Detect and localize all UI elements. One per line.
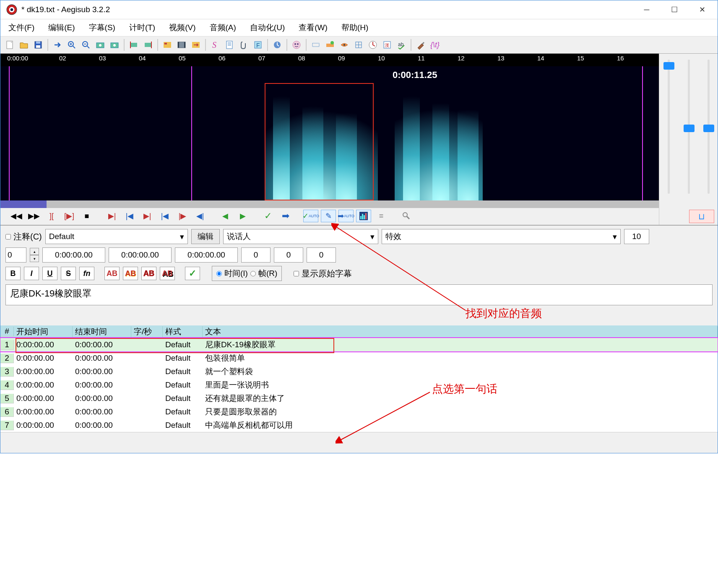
- link-sliders-button[interactable]: ⊔: [689, 210, 714, 223]
- show-original-checkbox[interactable]: 显示原始字幕: [294, 268, 352, 279]
- prev-line-icon[interactable]: ◀◀: [9, 210, 24, 222]
- color3-button[interactable]: AB: [141, 267, 156, 280]
- medusa-icon[interactable]: ≡: [374, 210, 389, 222]
- menu-view[interactable]: 查看(W): [297, 21, 329, 34]
- karaoke-icon[interactable]: [399, 210, 414, 222]
- play-last-500-icon[interactable]: ◀|: [193, 210, 208, 222]
- maximize-button[interactable]: ☐: [661, 1, 688, 18]
- play-before-end-icon[interactable]: ▶|: [140, 210, 155, 222]
- color2-button[interactable]: AB: [123, 267, 138, 280]
- close-button[interactable]: ✕: [688, 1, 716, 18]
- menu-auto[interactable]: 自动化(U): [248, 21, 286, 34]
- video-jumpto-icon[interactable]: [94, 38, 107, 52]
- font-button[interactable]: fn: [79, 267, 94, 280]
- scrollbar-thumb[interactable]: [0, 200, 47, 208]
- col-style[interactable]: 样式: [163, 326, 203, 337]
- automation-icon[interactable]: [271, 38, 284, 52]
- strike-button[interactable]: S: [61, 267, 76, 280]
- margin-l-input[interactable]: [241, 247, 271, 263]
- detach-video-icon[interactable]: [175, 38, 188, 52]
- styles-manager-icon[interactable]: S: [208, 38, 222, 52]
- horizontal-zoom-slider[interactable]: [663, 60, 674, 194]
- select-visible-icon[interactable]: [161, 38, 174, 52]
- fonts-collector-icon[interactable]: F: [251, 38, 265, 52]
- menu-edit[interactable]: 编辑(E): [47, 21, 76, 34]
- commit-text-button[interactable]: ✓: [185, 267, 200, 280]
- comment-checkbox[interactable]: 注释(C): [5, 231, 42, 242]
- properties-icon[interactable]: [223, 38, 236, 52]
- frame-radio[interactable]: 帧(R): [250, 268, 277, 279]
- layer-input[interactable]: [5, 247, 26, 263]
- end-time-input[interactable]: [109, 247, 172, 263]
- underline-button[interactable]: U: [42, 267, 57, 280]
- menu-help[interactable]: 帮助(H): [340, 21, 370, 34]
- style-combo[interactable]: Default▾: [45, 229, 188, 244]
- goto-icon[interactable]: ➡: [278, 210, 293, 222]
- menu-timing[interactable]: 计时(T): [127, 21, 157, 34]
- edit-style-button[interactable]: 编辑: [191, 229, 220, 244]
- margin-input[interactable]: [624, 229, 649, 244]
- save-file-icon[interactable]: [31, 38, 45, 52]
- vertical-zoom-slider[interactable]: [683, 60, 695, 194]
- audio-scrollbar[interactable]: [0, 200, 659, 208]
- jump-icon[interactable]: [51, 38, 64, 52]
- resample-icon[interactable]: [352, 38, 365, 52]
- new-file-icon[interactable]: [3, 38, 16, 52]
- auto-commit-icon[interactable]: ✓AUTO: [303, 210, 318, 222]
- menu-subs[interactable]: 字幕(S): [87, 21, 117, 34]
- play-selection-icon[interactable]: ][: [44, 210, 59, 222]
- layer-spinner[interactable]: ▴▾: [30, 248, 39, 262]
- duration-input[interactable]: [175, 247, 238, 263]
- play-first-500-icon[interactable]: |▶: [175, 210, 190, 222]
- snap-start-icon[interactable]: [127, 38, 140, 52]
- shift-icon[interactable]: [309, 38, 323, 52]
- table-row[interactable]: 20:00:00.000:00:00.00Default包装很简单: [0, 351, 718, 365]
- effect-combo[interactable]: 特效▾: [382, 229, 621, 244]
- menu-audio[interactable]: 音频(A): [208, 21, 238, 34]
- italic-button[interactable]: I: [24, 267, 39, 280]
- col-chars[interactable]: 字/秒: [131, 326, 163, 337]
- speaker-combo[interactable]: 说话人▾: [223, 229, 378, 244]
- spectrogram[interactable]: 0:00:00 02 03 04 05 06 07 08 09 10 11 12…: [0, 54, 659, 207]
- spectrum-icon[interactable]: [356, 210, 371, 222]
- col-start[interactable]: 开始时间: [14, 326, 73, 337]
- assdraw-icon[interactable]: [290, 38, 303, 52]
- attachments-icon[interactable]: [237, 38, 250, 52]
- auto-scroll-icon[interactable]: ➡AUTO: [338, 210, 354, 222]
- selection-mid-marker[interactable]: [191, 66, 192, 200]
- play-line-icon[interactable]: [▶]: [62, 210, 77, 222]
- play-after-end-icon[interactable]: |◀: [157, 210, 172, 222]
- stop-icon[interactable]: ■: [79, 210, 94, 222]
- col-num[interactable]: #: [0, 327, 14, 336]
- start-time-input[interactable]: [42, 247, 105, 263]
- play-before-start-icon[interactable]: ▶|: [104, 210, 120, 222]
- menu-video[interactable]: 视频(V): [167, 21, 197, 34]
- kanji-timer-icon[interactable]: 漢: [380, 38, 394, 52]
- waveform-display[interactable]: 0:00:11.25: [0, 66, 659, 200]
- minimize-button[interactable]: ─: [633, 1, 661, 18]
- selection-end-marker[interactable]: [642, 66, 643, 200]
- snap-end-icon[interactable]: [141, 38, 155, 52]
- col-text[interactable]: 文本: [203, 326, 718, 337]
- selection-start-marker[interactable]: [9, 66, 10, 200]
- col-end[interactable]: 结束时间: [73, 326, 131, 337]
- video-jumpend-icon[interactable]: [108, 38, 121, 52]
- next-line-icon[interactable]: ▶▶: [26, 210, 42, 222]
- leadout-icon[interactable]: ▶: [235, 210, 250, 222]
- open-file-icon[interactable]: [17, 38, 31, 52]
- color4-button[interactable]: AB: [160, 267, 175, 280]
- styling-assist-icon[interactable]: [323, 38, 337, 52]
- subtitle-text-input[interactable]: 尼康DK-19橡胶眼罩: [5, 284, 713, 305]
- table-row[interactable]: 50:00:00.000:00:00.00Default还有就是眼罩的主体了: [0, 392, 718, 405]
- zoom-in-icon[interactable]: [65, 38, 78, 52]
- translation-assist-icon[interactable]: [338, 38, 351, 52]
- margin-r-input[interactable]: [274, 247, 303, 263]
- table-row[interactable]: 70:00:00.000:00:00.00Default中高端单反相机都可以用: [0, 419, 718, 432]
- shift-times-icon[interactable]: [189, 38, 203, 52]
- leadin-icon[interactable]: ◀: [218, 210, 233, 222]
- margin-v-input[interactable]: [307, 247, 336, 263]
- table-row[interactable]: 10:00:00.000:00:00.00Default尼康DK-19橡胶眼罩: [0, 338, 718, 351]
- auto-next-icon[interactable]: ✎: [321, 210, 336, 222]
- timing-post-icon[interactable]: [366, 38, 380, 52]
- play-after-start-icon[interactable]: |◀: [122, 210, 137, 222]
